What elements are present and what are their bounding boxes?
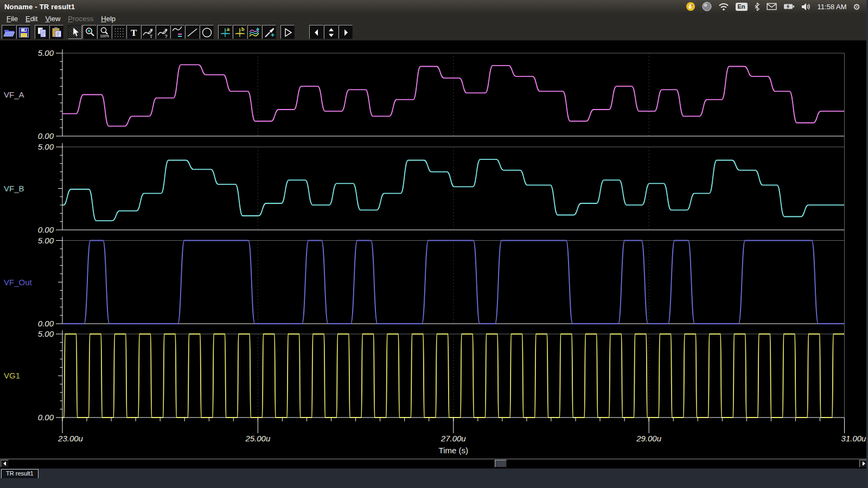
toolbar-separator [277,25,280,39]
svg-text:5.00: 5.00 [38,48,54,57]
axis-a-icon: a [219,26,232,38]
zoom-in-button[interactable] [82,25,97,39]
zoom-full-100-icon: 100% [98,26,111,38]
menu-view[interactable]: View [41,14,64,23]
app-sphere-icon[interactable] [702,2,712,11]
keyboard-layout-badge[interactable]: En [736,3,748,11]
svg-text:27.00u: 27.00u [441,434,467,443]
scroll-left-icon [310,26,323,38]
svg-text:5.00: 5.00 [38,236,54,245]
run-simulation-button[interactable] [280,25,295,39]
save-button[interactable] [16,25,30,39]
scroll-right-icon [340,26,352,38]
open-file-icon [3,26,15,38]
signal-label-VF_Out: VF_Out [4,278,32,287]
signal-label-VF_A: VF_A [4,90,24,99]
menu-process[interactable]: Process [64,14,97,23]
pointer-select-button[interactable] [68,25,82,39]
svg-text:?: ? [164,33,167,38]
svg-text:0.00: 0.00 [38,319,54,328]
battery-icon[interactable] [783,3,795,10]
svg-text:T: T [150,33,153,38]
svg-text:0.00: 0.00 [38,225,54,234]
probe-tool-button[interactable] [262,25,276,39]
volume-icon[interactable] [801,3,811,11]
open-file-button[interactable] [2,25,16,39]
grid-toggle-icon [113,26,125,38]
bluetooth-icon[interactable] [754,2,760,11]
wifi-icon[interactable] [718,3,729,11]
ellipse-tool-button[interactable] [200,25,214,39]
svg-text:T: T [131,28,137,38]
menu-edit[interactable]: Edit [22,14,41,23]
mail-icon[interactable] [767,3,777,10]
scrollbar-left-arrow[interactable] [1,460,9,467]
signal-label-VG1: VG1 [4,371,20,380]
toolbar: 100%TT?ab [0,24,868,41]
text-annotation-icon: T [127,26,140,38]
tab-bar: TR result1 [0,468,868,488]
window-title: Noname - TR result1 [4,3,75,11]
menu-file[interactable]: File [3,14,22,23]
svg-text:a: a [227,27,230,32]
tab-tr-result1[interactable]: TR result1 [1,469,39,478]
add-curve-button[interactable] [247,25,261,39]
copy-button[interactable] [35,25,49,39]
toolbar-separator [214,25,218,39]
toolbar-gap [295,25,309,39]
axis-b-icon: b [234,26,246,38]
menu-bar: FileEditViewProcessHelp [0,13,868,24]
svg-text:23.00u: 23.00u [58,434,84,443]
zoom-full-100-button[interactable]: 100% [97,25,111,39]
power-gear-icon[interactable]: ⚙ [853,3,860,11]
curve-arrow-t-tool-icon: T [142,26,155,38]
svg-text:29.00u: 29.00u [636,434,662,443]
axis-b-button[interactable]: b [233,25,247,39]
curve-arrow-q-tool-icon: ? [157,26,169,38]
system-tray: En11:58 AM⚙ [686,2,864,11]
svg-text:Time (s): Time (s) [439,446,468,455]
line-tool-icon [186,26,199,38]
curve-arrow-q-tool-button[interactable]: ? [156,25,170,39]
curve-legend-tool-button[interactable] [170,25,184,39]
scroll-updown-button[interactable] [324,25,338,39]
paste-button[interactable] [49,25,63,39]
curve-legend-tool-icon [171,26,184,38]
line-tool-button[interactable] [185,25,199,39]
grid-toggle-button[interactable] [112,25,126,39]
probe-tool-icon [263,26,276,38]
tray-clock[interactable]: 11:58 AM [818,3,847,11]
curve-arrow-t-tool-button[interactable]: T [141,25,155,39]
svg-text:5.00: 5.00 [38,329,54,338]
menu-help[interactable]: Help [97,14,119,23]
axis-a-button[interactable]: a [218,25,232,39]
signal-label-VF_B: VF_B [4,184,24,193]
copy-icon [36,26,48,38]
right-arrow-icon [861,461,866,466]
application-window: 5.000.005.000.005.000.005.000.0023.00u25… [0,0,868,488]
toolbar-separator [31,25,35,39]
svg-text:31.00u: 31.00u [841,434,867,443]
scroll-left-button[interactable] [309,25,323,39]
zoom-in-icon [84,26,96,38]
scroll-updown-icon [325,26,337,38]
tab-label: TR result1 [6,470,34,477]
text-annotation-button[interactable]: T [126,25,141,39]
waveform-plot[interactable]: 5.000.005.000.005.000.005.000.0023.00u25… [0,0,868,459]
scroll-right-button[interactable] [339,25,353,39]
svg-text:0.00: 0.00 [38,131,54,140]
run-simulation-icon [282,26,294,38]
left-arrow-icon [2,461,8,466]
title-bar: Noname - TR result1 En11:58 AM⚙ [0,0,868,13]
horizontal-scrollbar[interactable] [0,459,868,468]
add-curve-icon [248,26,261,38]
svg-text:5.00: 5.00 [38,142,54,151]
app-yellow-icon[interactable] [686,2,695,11]
svg-text:b: b [241,27,245,32]
save-icon [17,26,30,38]
svg-text:0.00: 0.00 [38,413,54,422]
ellipse-tool-icon [201,26,213,38]
svg-text:100%: 100% [100,34,109,38]
pointer-select-icon [69,26,81,38]
scrollbar-thumb[interactable] [495,460,507,467]
